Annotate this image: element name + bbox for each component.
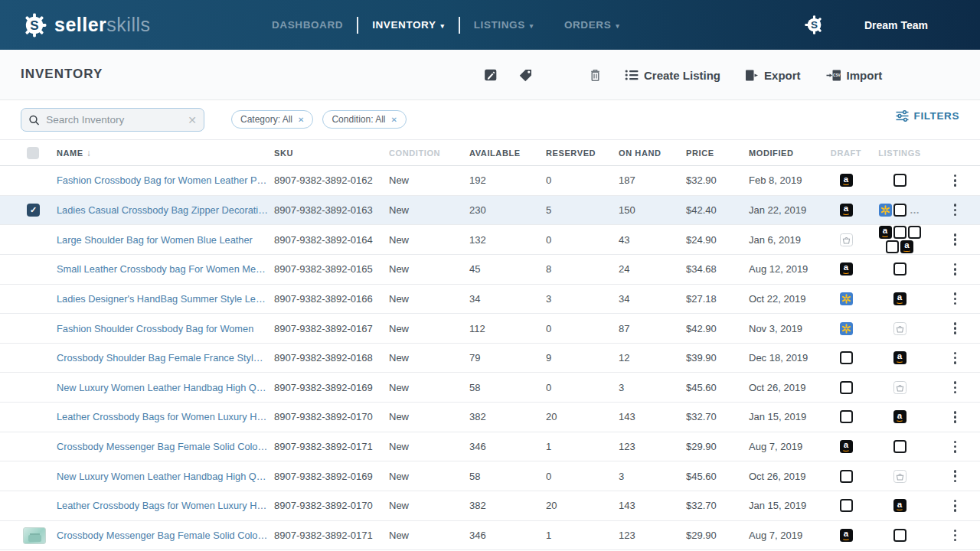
product-name-link[interactable]: Fashion Shoulder Crossbody Bag for Women bbox=[57, 323, 253, 334]
product-name-link[interactable]: Small Leather Crossbody bag For Women Me… bbox=[57, 263, 268, 275]
search-box[interactable]: ✕ bbox=[21, 108, 204, 132]
product-name-link[interactable]: Crossbody Messenger Bag Female Solid Col… bbox=[57, 441, 268, 452]
ebay-icon[interactable] bbox=[840, 381, 853, 394]
row-menu-kebab-icon[interactable] bbox=[951, 319, 960, 337]
amazon-icon[interactable]: a bbox=[893, 499, 906, 512]
draft-cell bbox=[823, 322, 869, 335]
marketplace-basket-icon[interactable] bbox=[893, 470, 906, 483]
create-listing-button[interactable]: Create Listing bbox=[625, 69, 720, 82]
row-menu-kebab-icon[interactable] bbox=[951, 349, 960, 367]
filter-chip-category[interactable]: Category: All✕ bbox=[231, 110, 313, 129]
modified-cell: Oct 22, 2019 bbox=[743, 293, 823, 305]
team-name[interactable]: Dream Team bbox=[864, 19, 928, 31]
search-input[interactable] bbox=[46, 114, 181, 126]
clear-search-icon[interactable]: ✕ bbox=[188, 115, 197, 126]
product-name-link[interactable]: Large Shoulder Bag for Women Blue Leathe… bbox=[57, 234, 253, 246]
amazon-icon[interactable]: a bbox=[893, 351, 906, 364]
walmart-icon[interactable] bbox=[879, 204, 892, 217]
filters-button[interactable]: FILTERS bbox=[896, 110, 959, 122]
ebay-icon[interactable] bbox=[840, 351, 853, 364]
nav-orders[interactable]: ORDERS▾ bbox=[564, 19, 619, 31]
brand[interactable]: S sellerskills bbox=[21, 0, 151, 50]
filter-chip-condition[interactable]: Condition: All✕ bbox=[322, 110, 406, 129]
ebay-icon[interactable] bbox=[893, 174, 906, 187]
row-menu-kebab-icon[interactable] bbox=[951, 378, 960, 396]
amazon-icon[interactable]: a bbox=[840, 174, 853, 187]
ebay-icon[interactable] bbox=[840, 470, 853, 483]
product-name-link[interactable]: Leather Crossbody Bags for Women Luxury … bbox=[57, 411, 268, 422]
ebay-icon[interactable] bbox=[840, 410, 853, 423]
amazon-icon[interactable]: a bbox=[893, 292, 906, 305]
product-name-link[interactable]: Crossbody Shoulder Bag Female France Sty… bbox=[57, 352, 268, 364]
row-menu-kebab-icon[interactable] bbox=[951, 230, 960, 249]
product-name-link[interactable]: Leather Crossbody Bags for Women Luxury … bbox=[57, 500, 268, 511]
amazon-icon[interactable]: a bbox=[840, 529, 853, 542]
row-menu-kebab-icon[interactable] bbox=[951, 171, 960, 190]
column-header-price[interactable]: PRICE bbox=[680, 148, 743, 158]
nav-inventory[interactable]: INVENTORY▾ bbox=[372, 19, 445, 31]
marketplace-basket-icon[interactable] bbox=[840, 233, 853, 246]
product-name-link[interactable]: New Luxury Women Leather Handbag High Qu… bbox=[57, 382, 268, 393]
column-header-modified[interactable]: MODIFIED bbox=[743, 148, 823, 158]
product-name-link[interactable]: Fashion Crossbody Bag for Women Leather … bbox=[57, 174, 268, 186]
product-name-link[interactable]: Ladies Casual Crossbody Bag Zipper Decor… bbox=[57, 204, 268, 216]
product-thumbnail[interactable] bbox=[23, 527, 46, 544]
modified-cell: Jan 22, 2019 bbox=[743, 204, 823, 216]
remove-chip-icon[interactable]: ✕ bbox=[390, 116, 397, 124]
ebay-icon[interactable] bbox=[893, 226, 906, 239]
import-button[interactable]: CSV Import bbox=[826, 69, 883, 82]
amazon-icon[interactable]: a bbox=[900, 240, 913, 253]
column-header-draft[interactable]: DRAFT bbox=[823, 148, 869, 158]
price-cell: $32.70 bbox=[680, 500, 743, 511]
marketplace-basket-icon[interactable] bbox=[893, 322, 906, 335]
onhand-cell: 143 bbox=[612, 500, 680, 511]
amazon-icon[interactable]: a bbox=[840, 262, 853, 276]
column-header-condition[interactable]: CONDITION bbox=[383, 148, 463, 158]
export-button[interactable]: Export bbox=[745, 69, 801, 82]
select-all-checkbox[interactable] bbox=[27, 147, 39, 159]
ebay-icon[interactable] bbox=[886, 240, 899, 253]
tag-button[interactable] bbox=[518, 68, 533, 83]
ebay-icon[interactable] bbox=[893, 262, 906, 276]
product-name-link[interactable]: New Luxury Women Leather Handbag High Qu… bbox=[57, 471, 268, 482]
amazon-icon[interactable]: a bbox=[879, 226, 892, 239]
column-header-listings[interactable]: LISTINGS bbox=[869, 148, 930, 158]
ebay-icon[interactable] bbox=[893, 529, 906, 542]
price-cell: $42.40 bbox=[680, 204, 743, 216]
row-menu-kebab-icon[interactable] bbox=[951, 201, 960, 219]
column-header-name[interactable]: NAME↓ bbox=[51, 148, 268, 158]
amazon-icon[interactable]: a bbox=[893, 410, 906, 423]
ebay-icon[interactable] bbox=[893, 440, 906, 453]
row-menu-kebab-icon[interactable] bbox=[951, 467, 960, 485]
row-menu-kebab-icon[interactable] bbox=[951, 438, 960, 456]
product-name-link[interactable]: Ladies Designer's HandBag Summer Style L… bbox=[57, 293, 268, 305]
column-header-available[interactable]: AVAILABLE bbox=[463, 148, 540, 158]
ebay-icon[interactable] bbox=[908, 226, 921, 239]
delete-button[interactable] bbox=[589, 68, 602, 82]
nav-dashboard[interactable]: DASHBOARD bbox=[272, 19, 343, 31]
marketplace-basket-icon[interactable] bbox=[893, 381, 906, 394]
row-menu-kebab-icon[interactable] bbox=[951, 260, 960, 279]
row-menu-kebab-icon[interactable] bbox=[951, 527, 960, 545]
walmart-icon[interactable] bbox=[840, 322, 853, 335]
row-checkbox-checked[interactable]: ✓ bbox=[27, 204, 40, 217]
ebay-icon[interactable] bbox=[893, 204, 906, 217]
amazon-icon[interactable]: a bbox=[840, 204, 853, 217]
row-menu-kebab-icon[interactable] bbox=[951, 408, 960, 426]
amazon-icon[interactable]: a bbox=[840, 440, 853, 453]
product-name-link[interactable]: Crossbody Messenger Bag Female Solid Col… bbox=[57, 530, 268, 541]
nav-listings[interactable]: LISTINGS▾ bbox=[474, 19, 534, 31]
available-cell: 58 bbox=[463, 471, 540, 482]
row-menu-kebab-icon[interactable] bbox=[951, 289, 960, 308]
team-logo-icon[interactable]: S bbox=[804, 15, 825, 35]
column-header-onhand[interactable]: ON HAND bbox=[612, 148, 680, 158]
bulk-edit-button[interactable] bbox=[484, 68, 498, 82]
listings-overflow-indicator[interactable]: … bbox=[910, 204, 920, 216]
remove-chip-icon[interactable]: ✕ bbox=[298, 116, 304, 124]
column-header-sku[interactable]: SKU bbox=[268, 148, 383, 158]
ebay-icon[interactable] bbox=[840, 499, 853, 512]
row-menu-kebab-icon[interactable] bbox=[951, 497, 960, 515]
modified-cell: Jan 15, 2019 bbox=[743, 500, 823, 511]
column-header-reserved[interactable]: RESERVED bbox=[540, 148, 612, 158]
walmart-icon[interactable] bbox=[840, 292, 853, 305]
